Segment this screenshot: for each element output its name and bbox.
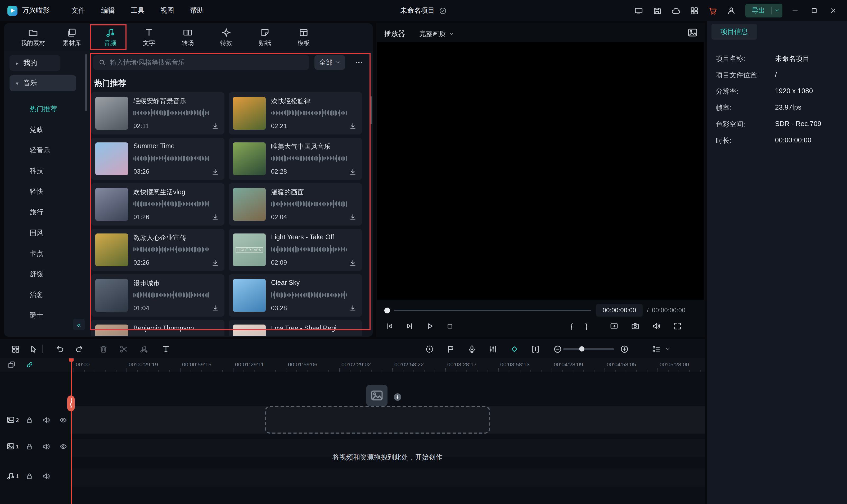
copy-stack-icon[interactable]	[7, 361, 16, 369]
zoom-slider-track[interactable]	[563, 348, 614, 350]
fullscreen-button[interactable]	[670, 319, 685, 334]
undo-button[interactable]	[53, 342, 67, 356]
track-header[interactable]: 2	[0, 415, 70, 426]
workspace-grid-icon[interactable]	[690, 6, 699, 15]
display-icon[interactable]	[634, 6, 643, 15]
mute-icon[interactable]	[42, 443, 50, 451]
zoom-in-button[interactable]	[617, 342, 631, 356]
music-card[interactable]: 漫步城市01:04	[91, 274, 224, 317]
quality-dropdown[interactable]: 完整画质	[417, 28, 456, 40]
export-dropdown[interactable]	[772, 4, 782, 17]
tab-sticker[interactable]: 贴纸	[246, 23, 284, 51]
maximize-button[interactable]	[808, 4, 821, 17]
volume-button[interactable]	[649, 319, 664, 334]
music-card[interactable]: 激励人心企业宣传02:26	[91, 229, 224, 271]
playhead-line[interactable]	[71, 358, 72, 504]
menu-item[interactable]: 工具	[123, 0, 152, 21]
sidebar-item[interactable]: 治愈	[4, 286, 85, 303]
sidebar-item[interactable]: 旅行	[4, 204, 85, 221]
sidebar-item[interactable]: 科技	[4, 163, 85, 179]
mute-icon[interactable]	[42, 416, 50, 424]
download-icon[interactable]	[349, 168, 357, 176]
cloud-upload-icon[interactable]	[671, 6, 680, 15]
next-frame-button[interactable]	[402, 319, 417, 334]
mark-out-button[interactable]: }	[581, 319, 592, 334]
menu-item[interactable]: 视图	[152, 0, 182, 21]
sidebar-item[interactable]: 国风	[4, 224, 85, 241]
seek-knob[interactable]	[384, 308, 390, 313]
sidebar-item[interactable]: 卡点	[4, 245, 85, 262]
audio-note-add-button[interactable]	[137, 342, 150, 356]
flag-button[interactable]	[444, 342, 457, 356]
music-grid-scrollbar[interactable]	[370, 96, 372, 124]
search-input[interactable]	[110, 59, 304, 66]
download-icon[interactable]	[211, 213, 219, 221]
download-icon[interactable]	[349, 122, 357, 130]
music-card[interactable]: LIGHT YEARSLight Years - Take Off02:09	[229, 229, 362, 271]
zoom-slider-knob[interactable]	[579, 346, 584, 352]
eye-icon[interactable]	[59, 416, 67, 424]
sidebar-group-mine[interactable]: ▸ 我的	[10, 55, 60, 71]
tab-stock[interactable]: 素材库	[52, 23, 91, 51]
sidebar-group-music[interactable]: ▾ 音乐	[10, 75, 76, 91]
mirror-display-button[interactable]	[607, 319, 621, 334]
split-button[interactable]	[116, 342, 130, 356]
sidebar-item[interactable]: 热门推荐	[4, 101, 85, 118]
keyframe-button[interactable]	[507, 342, 521, 356]
compare-view-icon[interactable]	[688, 28, 698, 38]
music-card[interactable]: 温暖的画面02:04	[229, 183, 362, 226]
download-icon[interactable]	[349, 259, 357, 267]
mark-range-button[interactable]	[528, 342, 542, 356]
cart-icon[interactable]	[708, 6, 717, 15]
record-voiceover-button[interactable]	[465, 342, 479, 356]
app-logo-icon[interactable]	[7, 5, 17, 16]
export-button[interactable]: 导出	[745, 4, 782, 17]
eye-icon[interactable]	[59, 443, 67, 451]
more-options-button[interactable]	[350, 55, 367, 70]
sidebar-item[interactable]: 爵士	[4, 307, 85, 324]
track-header[interactable]: 1	[0, 471, 70, 482]
tab-audio[interactable]: 音频	[91, 23, 130, 51]
music-card[interactable]: Low Tree - Shaal Regi...	[229, 320, 362, 336]
tab-project-info[interactable]: 项目信息	[711, 24, 757, 40]
prev-frame-button[interactable]	[382, 319, 397, 334]
account-icon[interactable]	[727, 6, 736, 15]
media-drop-zone[interactable]	[265, 406, 490, 434]
menu-item[interactable]: 编辑	[93, 0, 123, 21]
lock-icon[interactable]	[25, 472, 33, 480]
select-cursor-button[interactable]	[26, 342, 40, 356]
download-icon[interactable]	[211, 259, 219, 267]
sidebar-item[interactable]: 党政	[4, 121, 85, 138]
tab-my-media[interactable]: 我的素材	[14, 23, 52, 51]
filter-dropdown[interactable]: 全部	[314, 55, 345, 70]
play-button[interactable]	[422, 319, 437, 334]
chevron-down-icon[interactable]	[665, 346, 671, 352]
music-card[interactable]: 欢快惬意生活vlog01:26	[91, 183, 224, 226]
music-card[interactable]: Benjamin Thompson ...	[91, 320, 224, 336]
render-preview-button[interactable]	[422, 342, 436, 356]
close-button[interactable]	[827, 4, 840, 17]
add-icon[interactable]	[393, 392, 402, 402]
download-icon[interactable]	[211, 168, 219, 176]
sidebar-item[interactable]: 轻快	[4, 183, 85, 200]
music-card[interactable]: 轻缓安静背景音乐02:11	[91, 92, 224, 134]
track-header[interactable]: 1	[0, 441, 70, 453]
music-card[interactable]: Clear Sky03:28	[229, 274, 362, 317]
mute-icon[interactable]	[42, 472, 50, 480]
link-icon[interactable]	[25, 361, 34, 369]
panel-grid-button[interactable]	[8, 342, 22, 356]
tab-transition[interactable]: 转场	[168, 23, 207, 51]
download-icon[interactable]	[211, 304, 219, 312]
save-icon[interactable]	[653, 6, 662, 15]
menu-item[interactable]: 帮助	[182, 0, 212, 21]
timeline-ruler[interactable]: 00:0000:00:29:1900:00:59:1500:01:29:1100…	[0, 358, 705, 372]
sidebar-item[interactable]: 舒缓	[4, 266, 85, 283]
lock-icon[interactable]	[25, 416, 33, 424]
text-tool-button[interactable]	[159, 342, 173, 356]
sidebar-item[interactable]: 轻音乐	[4, 142, 85, 159]
snapshot-button[interactable]	[628, 319, 643, 334]
music-card[interactable]: 唯美大气中国风音乐02:28	[229, 138, 362, 180]
playhead-cap[interactable]	[69, 358, 74, 362]
tab-template[interactable]: 模板	[284, 23, 323, 51]
tab-effects[interactable]: 特效	[207, 23, 246, 51]
